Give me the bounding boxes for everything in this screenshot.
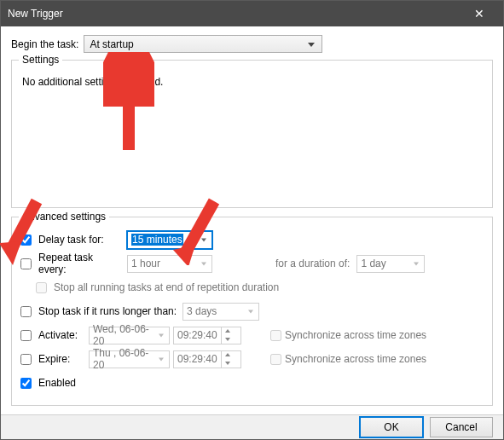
repeat-checkbox[interactable] [20, 258, 32, 269]
titlebar: New Trigger ✕ [1, 1, 503, 26]
delay-row: Delay task for: 15 minutes [20, 229, 484, 250]
expire-row: Expire: Thu , 06-06-20 09:29:40 Synchron… [20, 349, 484, 369]
footer: OK Cancel [1, 414, 503, 439]
advanced-group-title: Advanced settings [19, 211, 109, 223]
settings-group-title: Settings [19, 54, 62, 66]
spinner-down-icon[interactable] [222, 335, 234, 344]
delay-label: Delay task for: [38, 234, 124, 246]
activate-date[interactable]: Wed, 06-06-20 [89, 327, 170, 344]
repeat-combo[interactable]: 1 hour [127, 255, 212, 273]
activate-checkbox[interactable] [20, 330, 32, 341]
begin-task-row: Begin the task: At startup [11, 35, 493, 53]
repeat-label: Repeat task every: [38, 252, 124, 275]
expire-time-spinner[interactable] [221, 350, 234, 368]
cancel-button[interactable]: Cancel [430, 417, 493, 437]
settings-text: No additional settings required. [20, 72, 484, 91]
duration-combo[interactable]: 1 day [356, 255, 425, 273]
activate-sync-checkbox [270, 330, 281, 341]
activate-time[interactable]: 09:29:40 [173, 327, 241, 344]
spinner-up-icon[interactable] [222, 327, 234, 335]
activate-time-spinner[interactable] [221, 327, 234, 344]
content-area: Begin the task: At startup Settings No a… [1, 26, 503, 414]
duration-label: for a duration of: [275, 258, 350, 269]
stop-longer-row: Stop task if it runs longer than: 3 days [20, 301, 484, 321]
repeat-row: Repeat task every: 1 hour for a duration… [20, 253, 484, 274]
expire-time-value: 09:29:40 [174, 353, 221, 365]
activate-row: Activate: Wed, 06-06-20 09:29:40 Synchro… [20, 325, 484, 345]
spinner-up-icon[interactable] [222, 350, 234, 359]
stop-end-checkbox [36, 282, 47, 293]
spinner-down-icon[interactable] [222, 359, 234, 368]
activate-time-value: 09:29:40 [174, 329, 221, 341]
ok-button[interactable]: OK [360, 417, 423, 437]
close-icon[interactable]: ✕ [462, 1, 496, 26]
begin-task-value: At startup [90, 38, 133, 50]
delay-value: 15 minutes [131, 234, 183, 246]
stop-end-label: Stop all running tasks at end of repetit… [54, 281, 279, 293]
activate-label: Activate: [38, 329, 85, 341]
begin-task-select[interactable]: At startup [84, 35, 322, 53]
expire-checkbox[interactable] [20, 354, 32, 365]
begin-task-label: Begin the task: [11, 38, 78, 50]
enabled-checkbox[interactable] [20, 378, 32, 389]
stop-longer-label: Stop task if it runs longer than: [38, 305, 179, 317]
expire-date-value: Thu , 06-06-20 [93, 347, 154, 371]
repeat-value: 1 hour [131, 258, 160, 269]
stop-end-row: Stop all running tasks at end of repetit… [36, 277, 484, 298]
expire-date[interactable]: Thu , 06-06-20 [89, 350, 170, 368]
expire-sync-checkbox [270, 354, 281, 365]
stop-longer-value: 3 days [187, 305, 217, 317]
delay-checkbox[interactable] [20, 234, 32, 246]
window: New Trigger ✕ Begin the task: At startup… [0, 0, 504, 440]
enabled-row: Enabled [20, 373, 484, 393]
stop-longer-combo[interactable]: 3 days [182, 303, 259, 321]
expire-time[interactable]: 09:29:40 [173, 350, 241, 368]
settings-group: Settings No additional settings required… [11, 60, 493, 208]
window-title: New Trigger [8, 8, 462, 20]
expire-sync-label: Synchronize across time zones [285, 353, 426, 365]
activate-sync-label: Synchronize across time zones [285, 329, 426, 341]
enabled-label: Enabled [38, 377, 76, 389]
activate-date-value: Wed, 06-06-20 [93, 323, 154, 347]
advanced-group: Advanced settings Delay task for: 15 min… [11, 217, 493, 406]
expire-label: Expire: [38, 353, 85, 365]
duration-value: 1 day [361, 258, 385, 269]
delay-combo[interactable]: 15 minutes [127, 231, 212, 249]
stop-longer-checkbox[interactable] [20, 306, 32, 317]
